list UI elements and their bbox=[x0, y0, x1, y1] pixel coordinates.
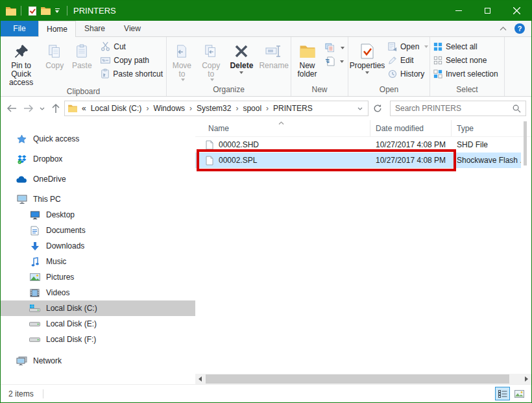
file-name: 00002.SPL bbox=[219, 156, 257, 165]
cut-button[interactable]: Cut bbox=[98, 40, 165, 53]
breadcrumb-item[interactable]: Local Disk (C:) bbox=[88, 104, 145, 113]
tab-view[interactable]: View bbox=[114, 21, 151, 36]
paste-shortcut-label: Paste shortcut bbox=[113, 69, 163, 79]
copy-button-label: Copy bbox=[45, 62, 64, 70]
qat-new-folder-button[interactable] bbox=[39, 4, 52, 18]
move-to-button[interactable]: Move to bbox=[167, 38, 197, 85]
sidebar-item-local-disk-f[interactable]: Local Disk (F:) bbox=[1, 332, 195, 347]
refresh-button[interactable] bbox=[369, 100, 385, 117]
sidebar-item-documents[interactable]: Documents bbox=[1, 223, 195, 238]
tab-home[interactable]: Home bbox=[38, 21, 76, 37]
breadcrumb-item[interactable]: Windows bbox=[150, 104, 188, 113]
explorer-window: PRINTERS File Home Share View ? bbox=[0, 0, 532, 403]
file-row-00002-spl[interactable]: 00002.SPL 10/27/2017 4:08 PM Shockwave F… bbox=[195, 153, 521, 168]
tab-share[interactable]: Share bbox=[76, 21, 114, 36]
paste-button[interactable]: Paste bbox=[68, 38, 95, 87]
sidebar-label: Videos bbox=[46, 288, 69, 297]
details-view-button[interactable] bbox=[495, 387, 510, 400]
horizontal-scrollbar[interactable] bbox=[195, 374, 531, 384]
address-bar[interactable]: « Local Disk (C:) › Windows › System32 ›… bbox=[64, 101, 369, 116]
new-folder-button[interactable]: New folder bbox=[292, 38, 322, 85]
copy-button[interactable]: Copy bbox=[41, 38, 68, 87]
column-header-type[interactable]: Type bbox=[452, 120, 531, 136]
rename-button[interactable]: Rename bbox=[258, 38, 290, 85]
download-arrow-icon bbox=[29, 241, 40, 251]
copy-path-icon bbox=[101, 56, 110, 64]
breadcrumb-prefix: « bbox=[79, 104, 88, 113]
delete-button[interactable]: Delete bbox=[226, 38, 258, 85]
edit-button[interactable]: Edit bbox=[385, 53, 431, 67]
sidebar-item-downloads[interactable]: Downloads bbox=[1, 238, 195, 254]
sidebar-item-local-disk-e[interactable]: Local Disk (E:) bbox=[1, 316, 195, 332]
minimize-button[interactable] bbox=[444, 1, 473, 21]
search-input[interactable] bbox=[395, 104, 513, 113]
up-button[interactable] bbox=[47, 100, 64, 117]
recent-locations-dropdown[interactable] bbox=[37, 100, 47, 117]
horizontal-scrollbar-thumb[interactable] bbox=[206, 374, 509, 384]
copy-path-button[interactable]: Copy path bbox=[98, 53, 165, 67]
collapse-ribbon-button[interactable] bbox=[500, 27, 507, 31]
copy-to-button[interactable]: Copy to bbox=[197, 38, 226, 85]
select-all-button[interactable]: Select all bbox=[431, 40, 503, 53]
easy-access-button[interactable] bbox=[322, 55, 347, 68]
pin-to-quick-access-button[interactable]: Pin to Quick access bbox=[1, 38, 41, 87]
new-item-button[interactable] bbox=[322, 41, 347, 55]
sidebar-label: Local Disk (C:) bbox=[46, 304, 97, 313]
vertical-scrollbar-thumb[interactable] bbox=[524, 121, 527, 165]
sidebar-item-local-disk-c[interactable]: Local Disk (C:) bbox=[1, 300, 195, 316]
sidebar-item-videos[interactable]: Videos bbox=[1, 285, 195, 300]
sidebar-item-this-pc[interactable]: This PC bbox=[1, 191, 195, 207]
tab-file[interactable]: File bbox=[1, 21, 38, 36]
select-all-label: Select all bbox=[446, 42, 478, 51]
back-button[interactable] bbox=[3, 100, 19, 117]
sidebar-item-network[interactable]: Network bbox=[1, 353, 195, 369]
invert-selection-button[interactable]: Invert selection bbox=[431, 67, 503, 80]
scroll-left-button[interactable] bbox=[195, 374, 205, 384]
sidebar-item-pictures[interactable]: Pictures bbox=[1, 269, 195, 285]
close-button[interactable] bbox=[502, 1, 531, 21]
history-button[interactable]: History bbox=[385, 67, 431, 80]
sidebar-item-music[interactable]: Music bbox=[1, 254, 195, 269]
file-row-00002-shd[interactable]: 00002.SHD 10/27/2017 4:08 PM SHD File bbox=[195, 137, 521, 153]
ribbon-tab-row: File Home Share View ? bbox=[1, 21, 531, 37]
pin-button-label: Pin to Quick access bbox=[3, 62, 40, 87]
window-title: PRINTERS bbox=[73, 6, 116, 16]
file-icon bbox=[206, 140, 213, 150]
address-dropdown[interactable] bbox=[354, 107, 367, 110]
paste-button-label: Paste bbox=[72, 62, 92, 70]
breadcrumb-item[interactable]: PRINTERS bbox=[270, 104, 316, 113]
sidebar-item-dropbox[interactable]: Dropbox bbox=[1, 151, 195, 167]
scroll-right-button[interactable] bbox=[522, 374, 531, 384]
select-group-label: Select bbox=[431, 85, 503, 96]
search-box[interactable] bbox=[390, 101, 526, 116]
qat-properties-button[interactable] bbox=[26, 4, 39, 18]
breadcrumb-item[interactable]: System32 bbox=[193, 104, 234, 113]
document-icon bbox=[29, 226, 40, 236]
qat-customize-dropdown[interactable] bbox=[52, 4, 62, 18]
main-area: Quick access Dropbox OneDrive This PC bbox=[1, 120, 531, 374]
forward-button[interactable] bbox=[20, 100, 36, 117]
help-button[interactable]: ? bbox=[514, 23, 525, 34]
breadcrumb-item[interactable]: spool bbox=[239, 104, 265, 113]
select-none-button[interactable]: Select none bbox=[431, 53, 503, 67]
paste-shortcut-button[interactable]: Paste shortcut bbox=[98, 67, 165, 80]
status-bar: 2 items bbox=[1, 384, 531, 402]
sidebar-label: Dropbox bbox=[33, 154, 62, 164]
rename-label: Rename bbox=[259, 62, 288, 70]
breadcrumb-separator: › bbox=[145, 104, 150, 113]
large-icons-view-button[interactable] bbox=[512, 387, 527, 400]
search-icon bbox=[513, 104, 521, 113]
select-none-label: Select none bbox=[446, 56, 487, 65]
properties-button[interactable]: Properties bbox=[349, 38, 385, 85]
maximize-button[interactable] bbox=[473, 1, 502, 21]
column-header-date-modified[interactable]: Date modified bbox=[370, 120, 452, 136]
history-label: History bbox=[400, 69, 424, 79]
rename-icon bbox=[265, 40, 282, 62]
file-list: Name Date modified Type 00002.SHD 10/27/… bbox=[195, 120, 531, 374]
horizontal-scrollbar-row bbox=[1, 374, 531, 384]
open-button[interactable]: Open bbox=[385, 40, 431, 53]
sidebar-item-quick-access[interactable]: Quick access bbox=[1, 131, 195, 147]
sidebar-item-desktop[interactable]: Desktop bbox=[1, 207, 195, 223]
sidebar-item-onedrive[interactable]: OneDrive bbox=[1, 171, 195, 187]
file-icon bbox=[206, 156, 213, 165]
